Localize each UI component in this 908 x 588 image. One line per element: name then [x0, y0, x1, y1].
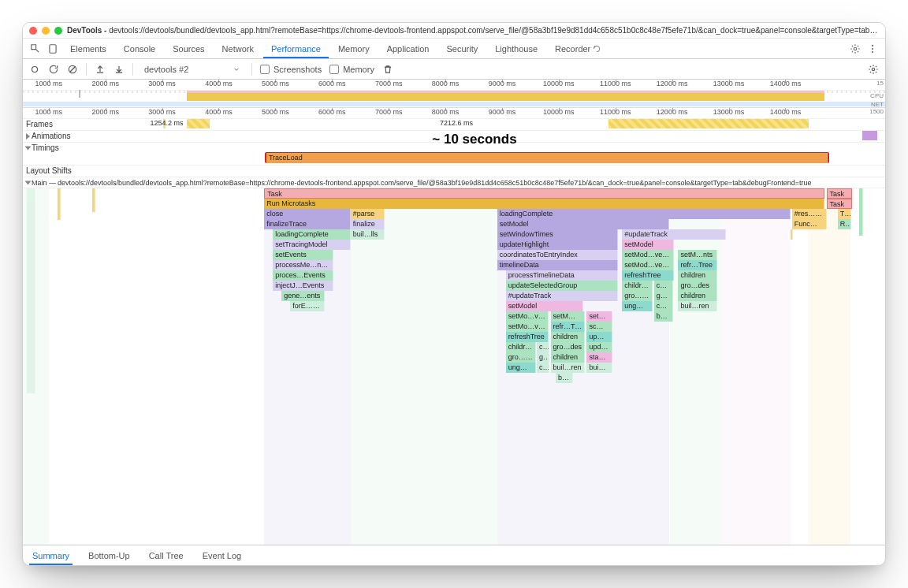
fl-close[interactable]: close: [264, 209, 350, 219]
fl-setmodv[interactable]: setMod…vents: [622, 250, 674, 260]
tab-recorder[interactable]: Recorder: [547, 39, 608, 58]
maximize-window-icon[interactable]: [54, 27, 62, 35]
fl-c[interactable]: c…: [537, 342, 549, 352]
screenshots-checkbox[interactable]: Screenshots: [260, 65, 322, 74]
fl-setwin[interactable]: setWindowTimes: [497, 229, 618, 240]
fl-upow[interactable]: up…ow: [586, 332, 612, 342]
panel-settings-icon[interactable]: [868, 64, 879, 75]
footer-event-log[interactable]: Event Log: [199, 546, 245, 565]
upload-icon[interactable]: [95, 64, 106, 75]
fl-timeline[interactable]: timelineData: [497, 260, 618, 270]
trash-icon[interactable]: [382, 64, 393, 75]
fl-loading2[interactable]: loadingComplete: [273, 229, 350, 240]
flame-run-microtasks[interactable]: Run Microtasks: [264, 199, 824, 209]
collapse-icon[interactable]: [25, 146, 32, 150]
flame-task[interactable]: Task: [264, 188, 824, 199]
footer-bottom-up[interactable]: Bottom-Up: [85, 546, 133, 565]
fl-buil[interactable]: buil…lls: [351, 229, 385, 240]
fl-setmov[interactable]: setMo…vents: [506, 311, 549, 322]
fl-c2[interactable]: c…: [537, 363, 549, 373]
expand-icon[interactable]: [26, 133, 30, 140]
fl-finalize[interactable]: finalizeTrace: [264, 219, 350, 229]
tab-network[interactable]: Network: [214, 39, 262, 58]
fl-finalize2[interactable]: finalize: [351, 219, 385, 229]
fl-updtrack[interactable]: #updateTrack: [506, 291, 618, 301]
tab-memory[interactable]: Memory: [330, 39, 378, 58]
fl-unges2[interactable]: ung…es: [506, 363, 536, 373]
fl-buied[interactable]: bui…ed: [586, 363, 612, 373]
main-thread-header[interactable]: Main — devtools://devtools/bundled/devto…: [23, 177, 885, 188]
clear-icon[interactable]: [67, 64, 78, 75]
fl-children6[interactable]: children: [551, 352, 586, 363]
fl-refr2[interactable]: refr…Tree: [551, 322, 586, 332]
flame-chart[interactable]: Task Task Run Microtasks Task close #par…: [23, 188, 885, 545]
device-icon[interactable]: [45, 43, 61, 54]
tab-console[interactable]: Console: [116, 39, 163, 58]
fl-procmn[interactable]: processMe…ndThreads: [273, 260, 333, 270]
fl-scow[interactable]: sc…ow: [586, 322, 612, 332]
fl-setmodel3[interactable]: setModel: [506, 301, 583, 311]
tab-performance[interactable]: Performance: [263, 39, 329, 58]
fl-cn[interactable]: c…n: [654, 281, 673, 291]
fl-gene[interactable]: gene…ents: [281, 291, 325, 301]
fl-updatehl[interactable]: updateHighlight: [497, 240, 618, 250]
tab-elements[interactable]: Elements: [62, 39, 114, 58]
fl-refresh[interactable]: refreshTree: [622, 270, 674, 281]
fl-g[interactable]: g…: [537, 352, 549, 363]
fl-updts[interactable]: upd…ts: [586, 342, 612, 352]
fl-buil2[interactable]: buil…ren: [678, 301, 716, 311]
settings-icon[interactable]: [847, 43, 863, 54]
fl-stage[interactable]: sta…ge: [586, 352, 612, 363]
fl-updsel[interactable]: updateSelectedGroup: [506, 281, 618, 291]
minimize-window-icon[interactable]: [42, 27, 50, 35]
fl-unges[interactable]: ung…es: [622, 301, 652, 311]
fl-setmov2[interactable]: setMo…vents: [506, 322, 549, 332]
traceload-bar[interactable]: TraceLoad: [266, 153, 828, 163]
fl-settracing[interactable]: setTracingModel: [273, 240, 350, 250]
record-icon[interactable]: [29, 64, 40, 75]
fl-setmodv2[interactable]: setMod…vents: [622, 260, 674, 270]
frames-track[interactable]: Frames 1254.2 ms 7212.6 ms: [23, 119, 885, 131]
fl-bn[interactable]: b…n: [654, 311, 673, 322]
tab-sources[interactable]: Sources: [165, 39, 212, 58]
fl-buil3[interactable]: buil…ren: [551, 363, 586, 373]
overview[interactable]: CPU NET: [23, 91, 885, 108]
tab-application[interactable]: Application: [379, 39, 437, 58]
footer-call-tree[interactable]: Call Tree: [146, 546, 187, 565]
more-icon[interactable]: [865, 43, 880, 54]
memory-checkbox[interactable]: Memory: [329, 65, 374, 74]
download-icon[interactable]: [114, 64, 125, 75]
fl-seton[interactable]: set…on: [586, 311, 612, 322]
close-window-icon[interactable]: [29, 27, 37, 35]
timeline-ruler[interactable]: 1500 1000 ms2000 ms3000 ms4000 ms5000 ms…: [23, 108, 885, 119]
fl-groes[interactable]: gro…es: [622, 291, 652, 301]
fl-coord[interactable]: coordinatesToEntryIndex: [497, 250, 618, 260]
fl-r[interactable]: R…: [838, 219, 852, 229]
fl-children2[interactable]: children: [622, 281, 652, 291]
fl-setmodel2[interactable]: setModel: [622, 240, 674, 250]
fl-inject[interactable]: injectJ…Events: [273, 281, 333, 291]
fl-refresh2[interactable]: refreshTree: [506, 332, 549, 342]
profile-selector[interactable]: devtools #2: [141, 63, 244, 76]
fl-b[interactable]: b…: [556, 373, 573, 383]
fl-setmodel[interactable]: setModel: [497, 219, 670, 229]
fl-parse[interactable]: #parse: [351, 209, 385, 219]
fl-setevents[interactable]: setEvents: [273, 250, 333, 260]
footer-summary[interactable]: Summary: [29, 546, 73, 565]
tab-lighthouse[interactable]: Lighthouse: [487, 39, 545, 58]
reload-icon[interactable]: [48, 64, 59, 75]
overview-ruler[interactable]: 15 1000 ms2000 ms3000 ms4000 ms5000 ms60…: [23, 80, 885, 91]
fl-setmn2[interactable]: setM…nts: [551, 311, 586, 322]
fl-refr[interactable]: refr…Tree: [678, 260, 716, 270]
fl-children5[interactable]: children: [506, 342, 536, 352]
fl-proce[interactable]: proces…Events: [273, 270, 333, 281]
fl-children3[interactable]: children: [678, 291, 716, 301]
fl-update[interactable]: #updateTrack: [622, 229, 725, 240]
fl-cn2[interactable]: c…n: [654, 301, 673, 311]
timings-track[interactable]: Timings ~ 10 seconds TraceLoad: [23, 143, 885, 166]
fl-children[interactable]: children: [678, 270, 716, 281]
tab-security[interactable]: Security: [438, 39, 486, 58]
fl-t[interactable]: T…: [838, 209, 852, 219]
collapse-main-icon[interactable]: [25, 180, 32, 184]
fl-fore[interactable]: forE…vent: [290, 301, 325, 311]
